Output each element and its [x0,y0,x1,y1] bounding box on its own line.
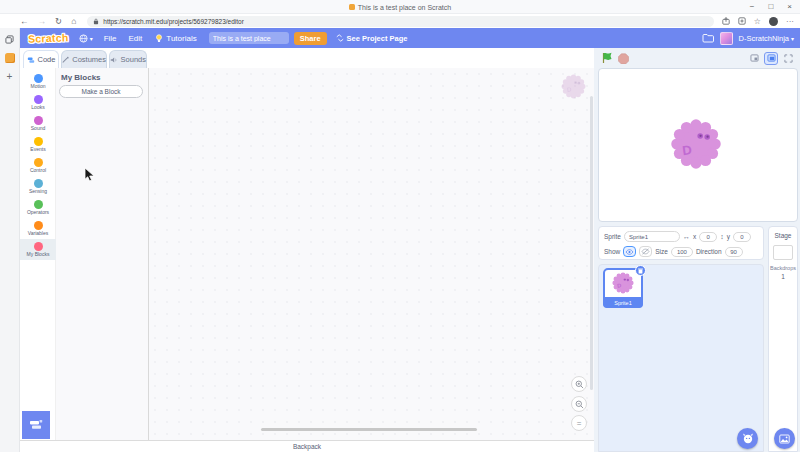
block-palette: My Blocks Make a Block [56,68,148,440]
minimize-button[interactable]: − [750,0,755,14]
direction-input[interactable]: 90 [725,247,743,257]
forward-button[interactable]: → [38,14,47,28]
project-name-input[interactable] [209,32,289,44]
size-input[interactable]: 100 [671,247,693,257]
category-item-variables[interactable]: Variables [20,218,56,239]
folder-icon[interactable] [702,33,714,43]
user-avatar[interactable] [720,32,733,45]
zoom-reset-button[interactable]: = [571,415,587,431]
hide-sprite-button[interactable] [639,246,652,257]
category-item-events[interactable]: Events [20,134,56,155]
zoom-in-icon [575,380,584,389]
extension-blocks-icon [29,419,43,431]
tab-code[interactable]: Code [23,50,59,68]
green-flag-button[interactable] [602,52,613,64]
fullscreen-button[interactable] [781,52,795,65]
tab-costumes-label: Costumes [72,55,106,64]
new-tab-button[interactable]: + [7,72,13,82]
show-label: Show [604,248,620,255]
share-icon[interactable] [722,17,730,25]
zoom-out-button[interactable] [571,396,587,412]
category-label: Events [30,147,45,152]
browser-tab[interactable]: This is a test place on Scratch [0,0,800,14]
delete-sprite-button[interactable] [635,265,646,276]
sprite-name-input[interactable]: Sprite1 [624,231,680,242]
backdrop-thumbnail[interactable] [773,245,793,260]
backpack-bar[interactable]: Backpack [20,440,594,452]
category-label: Sound [31,126,45,131]
tab-favicon-icon [349,4,355,10]
add-extension-button[interactable] [22,411,50,439]
stage-selector[interactable]: Stage Backdrops 1 [768,226,798,452]
zoom-out-icon [575,400,584,409]
active-tab-favicon[interactable] [5,53,15,63]
add-sprite-button[interactable] [737,428,758,449]
small-stage-icon [750,54,759,62]
x-position-icon: ↔ [683,233,690,240]
file-menu[interactable]: File [104,34,117,43]
category-item-looks[interactable]: Looks [20,92,56,113]
scratch-logo[interactable]: Scratch [28,31,69,44]
browser-toolbar: ← → ↻ ⌂ https://scratch.mit.edu/projects… [0,14,800,28]
small-stage-button[interactable] [747,52,761,65]
home-button[interactable]: ⌂ [71,14,76,28]
horizontal-scrollbar[interactable] [261,428,477,431]
tutorials-button[interactable]: Tutorials [155,34,196,43]
code-workspace[interactable]: = [148,68,594,440]
category-item-operators[interactable]: Operators [20,197,56,218]
category-color-dot [34,95,43,104]
category-item-sensing[interactable]: Sensing [20,176,56,197]
category-color-dot [34,158,43,167]
zoom-in-button[interactable] [571,376,587,392]
backdrops-label: Backdrops [769,265,797,271]
address-bar[interactable]: https://scratch.mit.edu/projects/5692798… [87,16,714,27]
tab-costumes[interactable]: Costumes [61,50,107,68]
add-backdrop-button[interactable] [774,428,795,449]
category-label: Control [30,168,46,173]
refresh-button[interactable]: ↻ [55,14,62,28]
category-color-dot [34,200,43,209]
stage-controls [598,50,798,66]
backdrop-count: 1 [769,273,797,280]
stage-sprite-blob[interactable] [668,116,724,172]
collections-icon[interactable] [738,17,746,25]
category-color-dot [34,221,43,230]
palette-header: My Blocks [61,73,101,82]
show-sprite-button[interactable] [623,246,636,257]
category-item-motion[interactable]: Motion [20,71,56,92]
share-button[interactable]: Share [294,32,327,45]
maximize-button[interactable]: □ [768,0,773,14]
code-tab-icon [27,56,35,64]
back-button[interactable]: ← [20,14,29,28]
stage-size-controls [747,52,795,65]
more-menu-icon[interactable]: ··· [786,17,794,26]
category-item-sound[interactable]: Sound [20,113,56,134]
language-menu[interactable]: ▾ [79,34,93,43]
size-label: Size [655,248,668,255]
edit-menu[interactable]: Edit [129,34,143,43]
url-text: https://scratch.mit.edu/projects/5692798… [103,18,244,25]
category-label: Operators [27,210,49,215]
large-stage-icon [767,54,776,62]
scratch-menubar: Scratch ▾ File Edit Tutorials Share See … [20,28,800,48]
tab-switcher-icon[interactable] [5,35,14,44]
close-button[interactable]: × [787,0,792,14]
category-color-dot [34,116,43,125]
favorites-icon[interactable]: ☆ [754,17,761,26]
see-project-page-label: See Project Page [347,34,408,43]
tab-sounds[interactable]: Sounds [109,50,147,68]
see-project-page-button[interactable]: See Project Page [336,34,408,43]
category-item-control[interactable]: Control [20,155,56,176]
sprite-info-row1: Sprite Sprite1 ↔ x 0 ↕ y 0 [599,231,765,242]
make-a-block-button[interactable]: Make a Block [59,85,143,98]
stage[interactable] [598,68,798,222]
large-stage-button[interactable] [764,52,778,65]
account-menu[interactable]: D-ScratchNinja ▾ [739,34,794,43]
sprite-card-sprite1[interactable]: Sprite1 [603,268,643,308]
category-item-my-blocks[interactable]: My Blocks [20,239,56,260]
browser-profile-avatar[interactable] [769,17,778,26]
stop-button[interactable] [618,53,629,64]
vertical-scrollbar[interactable] [590,96,593,390]
y-position-input[interactable]: 0 [733,232,751,242]
x-position-input[interactable]: 0 [699,232,717,242]
